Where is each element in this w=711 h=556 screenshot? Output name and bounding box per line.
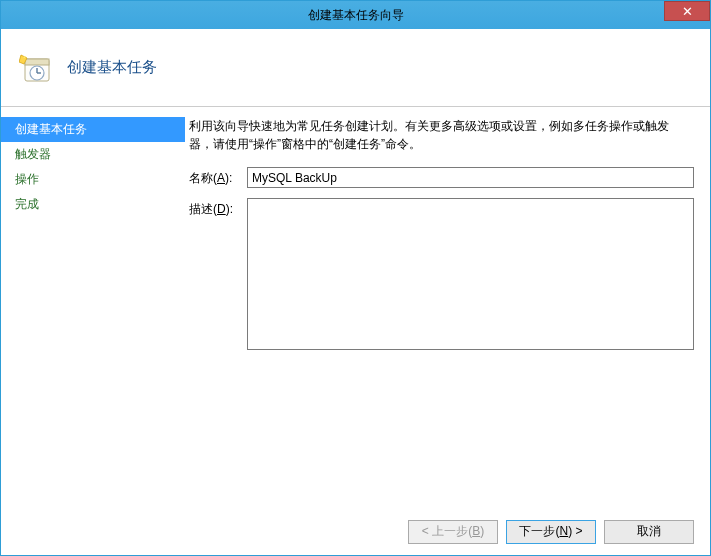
wizard-body: 创建基本任务 触发器 操作 完成 利用该向导快速地为常见任务创建计划。有关更多高… xyxy=(1,107,710,507)
title-bar: 创建基本任务向导 ✕ xyxy=(1,1,710,29)
name-row: 名称(A): xyxy=(189,167,694,188)
back-button: < 上一步(B) xyxy=(408,520,498,544)
description-row: 描述(D): xyxy=(189,198,694,350)
sidebar-step-trigger[interactable]: 触发器 xyxy=(1,142,185,167)
wizard-footer: < 上一步(B) 下一步(N) > 取消 xyxy=(1,507,710,555)
close-icon: ✕ xyxy=(682,4,693,19)
sidebar-step-finish[interactable]: 完成 xyxy=(1,192,185,217)
wizard-window: 创建基本任务向导 ✕ 创建基本任务 创建基本任务 触发器 操作 完成 xyxy=(0,0,711,556)
description-label: 描述(D): xyxy=(189,198,247,218)
close-button[interactable]: ✕ xyxy=(664,1,710,21)
svg-rect-1 xyxy=(25,59,49,65)
next-button[interactable]: 下一步(N) > xyxy=(506,520,596,544)
task-scheduler-icon xyxy=(19,51,53,85)
wizard-heading: 创建基本任务 xyxy=(67,58,157,77)
sidebar-step-action[interactable]: 操作 xyxy=(1,167,185,192)
wizard-sidebar: 创建基本任务 触发器 操作 完成 xyxy=(1,107,185,507)
sidebar-step-create[interactable]: 创建基本任务 xyxy=(1,117,185,142)
name-input[interactable] xyxy=(247,167,694,188)
window-title: 创建基本任务向导 xyxy=(308,7,404,24)
description-textarea[interactable] xyxy=(247,198,694,350)
cancel-button[interactable]: 取消 xyxy=(604,520,694,544)
wizard-content: 利用该向导快速地为常见任务创建计划。有关更多高级选项或设置，例如多任务操作或触发… xyxy=(185,107,710,507)
wizard-header: 创建基本任务 xyxy=(1,29,710,107)
name-label: 名称(A): xyxy=(189,167,247,187)
intro-text: 利用该向导快速地为常见任务创建计划。有关更多高级选项或设置，例如多任务操作或触发… xyxy=(189,117,694,153)
